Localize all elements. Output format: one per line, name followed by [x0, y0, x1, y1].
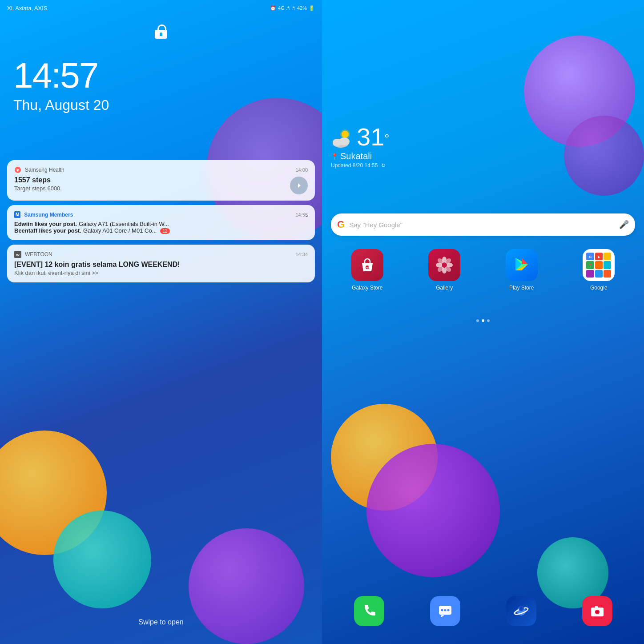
lock-screen: XL Axiata, AXIS ⏰ 4G .⁴ᵢ .⁴ᵢ 42% 🔋 14:57… [0, 0, 322, 644]
search-placeholder: Say "Hey Google" [349, 221, 615, 229]
play-store-label: Play Store [509, 285, 534, 291]
refresh-icon[interactable]: ↻ [381, 162, 386, 169]
health-app-name: Samsung Health [25, 167, 64, 173]
svg-point-32 [444, 609, 446, 612]
battery-icon: 🔋 [309, 5, 315, 11]
members-expand-icon[interactable]: ⌄ [304, 211, 310, 218]
swipe-to-open[interactable]: Swipe to open [138, 618, 183, 626]
app-grid: Galaxy Store Gallery [331, 249, 635, 291]
google-folder-label: Google [590, 285, 608, 291]
svg-point-33 [447, 609, 449, 612]
notifications-container: ♥ Samsung Health 14:00 1557 steps Target… [7, 160, 315, 282]
members-row2-bold: Beentaff likes your post. [14, 227, 81, 234]
webtoon-notif-body: Klik dan ikuti event-nya di sini >> [14, 270, 308, 276]
dock-phone[interactable] [354, 596, 384, 626]
notif-header-webtoon: W WEBTOON 14:34 [14, 251, 308, 258]
notif-header-health: ♥ Samsung Health 14:00 [14, 166, 308, 173]
svg-point-20 [442, 262, 447, 268]
notif-header-members: M Samsung Members 14:55 ⌄ [14, 211, 308, 218]
weather-icon [331, 128, 353, 146]
galaxy-store-label: Galaxy Store [352, 285, 382, 291]
weather-temp-display: 31° [357, 125, 390, 149]
members-row-2: Beentaff likes your post. Galaxy A01 Cor… [14, 227, 308, 234]
weather-widget[interactable]: 31° 📍 Sukatali Updated 8/20 14:55 ↻ [331, 125, 390, 169]
app-google-folder[interactable]: G ▶ 📍 Google [583, 249, 615, 291]
svg-text:G: G [589, 255, 592, 259]
svg-point-40 [596, 611, 599, 614]
svg-marker-24 [522, 258, 528, 264]
signal-icons: 4G .⁴ᵢ .⁴ᵢ [278, 5, 295, 11]
dock-messages[interactable] [430, 596, 460, 626]
lock-keyhole [160, 32, 162, 36]
webtoon-app-name: WEBTOON [25, 251, 52, 258]
page-dot-1 [476, 319, 479, 322]
lock-icon-container [153, 24, 169, 42]
time-display: 14:57 Thu, August 20 [13, 58, 109, 113]
health-notif-time: 14:00 [295, 167, 308, 173]
members-app-icon: M [14, 211, 20, 218]
google-folder-icon: G ▶ 📍 [583, 249, 615, 281]
alarm-icon: ⏰ [270, 5, 276, 11]
clock-time: 14:57 [13, 58, 109, 93]
svg-point-5 [342, 131, 349, 138]
play-store-icon [506, 249, 538, 281]
members-app-name: Samsung Members [24, 212, 73, 218]
members-row2-rest: Galaxy A01 Core / M01 Co... [83, 227, 157, 234]
decorative-ball-teal [53, 511, 151, 608]
clock-date: Thu, August 20 [13, 97, 109, 113]
members-row1-rest: Galaxy A71 (Essentials Built-in W... [79, 221, 169, 227]
microphone-icon[interactable]: 🎤 [619, 220, 629, 229]
lock-icon [153, 24, 169, 42]
decorative-ball-right-purple2 [564, 116, 644, 196]
svg-text:♥: ♥ [16, 168, 19, 173]
svg-rect-41 [595, 606, 598, 608]
battery-level: 42% [297, 5, 307, 11]
webtoon-notif-title: [EVENT] 12 koin gratis selama LONG WEEKE… [14, 261, 308, 269]
app-play-store[interactable]: Play Store [506, 249, 538, 291]
health-app-icon: ♥ [14, 166, 21, 173]
google-logo: G [337, 219, 345, 230]
app-gallery[interactable]: Gallery [428, 249, 460, 291]
gallery-icon [428, 249, 460, 281]
svg-text:W: W [16, 253, 20, 257]
galaxy-store-icon [351, 249, 383, 281]
home-screen: 31° 📍 Sukatali Updated 8/20 14:55 ↻ G Sa… [322, 0, 644, 644]
lock-body [155, 30, 167, 39]
location-pin-icon: 📍 [331, 153, 338, 160]
webtoon-notif-time: 14:34 [295, 252, 308, 257]
gallery-label: Gallery [436, 285, 453, 291]
weather-location: 📍 Sukatali [331, 151, 390, 161]
weather-updated-time: Updated 8/20 14:55 ↻ [331, 162, 390, 169]
notification-webtoon[interactable]: W WEBTOON 14:34 [EVENT] 12 koin gratis s… [7, 245, 315, 282]
weather-top: 31° [331, 125, 390, 149]
dock-internet[interactable] [506, 596, 536, 626]
google-search-bar[interactable]: G Say "Hey Google" 🎤 [331, 213, 635, 236]
svg-point-8 [339, 137, 350, 145]
svg-text:📍: 📍 [588, 263, 592, 267]
svg-point-31 [441, 609, 443, 612]
decorative-ball-purple2 [189, 528, 304, 644]
status-icons: ⏰ 4G .⁴ᵢ .⁴ᵢ 42% 🔋 [270, 5, 315, 11]
decorative-ball-right-purple3 [366, 444, 500, 577]
page-dot-3 [487, 319, 490, 322]
webtoon-app-icon: W [14, 251, 21, 258]
weather-city: Sukatali [340, 151, 372, 161]
health-action-button[interactable] [290, 177, 308, 194]
members-row-1: Edwiin likes your post. Galaxy A71 (Esse… [14, 221, 308, 227]
dock-camera[interactable] [582, 596, 612, 626]
health-notif-title: 1557 steps [14, 176, 308, 184]
page-dot-2 [482, 319, 484, 322]
dock-bar [331, 596, 635, 626]
app-galaxy-store[interactable]: Galaxy Store [351, 249, 383, 291]
temperature-value: 31 [357, 123, 384, 151]
carrier-name: XL Axiata, AXIS [7, 5, 48, 12]
status-bar: XL Axiata, AXIS ⏰ 4G .⁴ᵢ .⁴ᵢ 42% 🔋 [0, 0, 322, 16]
degree-symbol: ° [384, 132, 389, 145]
health-notif-body: Target steps 6000. [14, 185, 308, 192]
notification-health[interactable]: ♥ Samsung Health 14:00 1557 steps Target… [7, 160, 315, 201]
svg-point-37 [520, 606, 523, 611]
members-row1-bold: Edwiin likes your post. [14, 221, 77, 227]
page-dots [476, 319, 490, 322]
members-count-badge: 12 [160, 228, 169, 234]
notification-members[interactable]: M Samsung Members 14:55 ⌄ Edwiin likes y… [7, 205, 315, 240]
